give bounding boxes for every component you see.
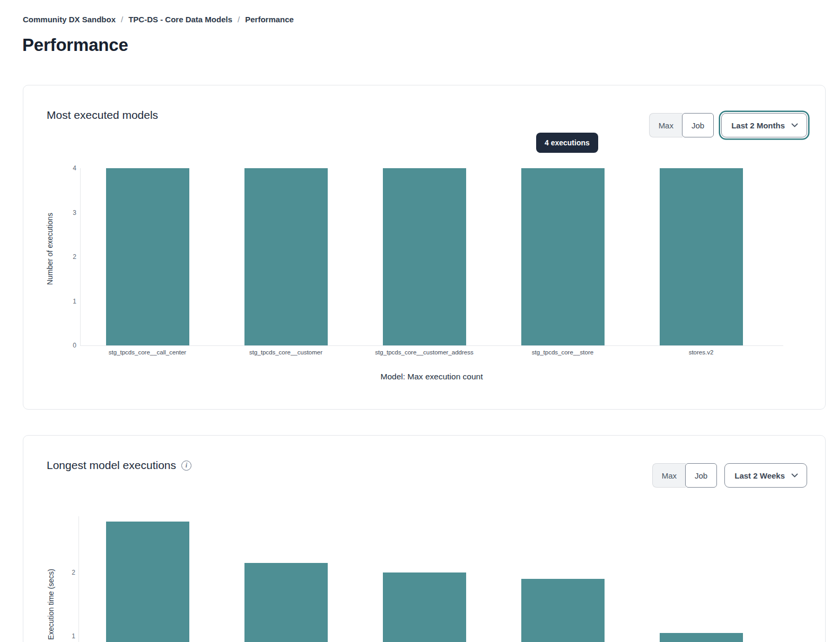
y-axis-label: Number of executions	[46, 159, 54, 339]
time-range-value: Last 2 Weeks	[734, 471, 785, 480]
breadcrumb: Community DX Sandbox / TPC-DS - Core Dat…	[23, 15, 294, 24]
chart-bar[interactable]	[383, 168, 466, 345]
chart-bar[interactable]	[521, 579, 605, 642]
card-title: Most executed models	[47, 109, 158, 122]
chart-bar[interactable]	[244, 563, 328, 642]
chart-bar[interactable]	[660, 168, 743, 345]
y-tick-label: 4	[55, 164, 76, 172]
chart-controls: Max Job Last 2 Weeks	[652, 463, 807, 488]
longest-model-executions-card: Longest model executions i Max Job Last …	[23, 435, 826, 642]
category-label: stg_tpcds_core__call_center	[63, 349, 232, 355]
chart-tooltip: 4 executions	[536, 133, 598, 153]
chart-bar[interactable]	[521, 168, 605, 345]
y-axis-line	[80, 168, 81, 345]
y-axis-label: Execution time (secs)	[47, 546, 55, 642]
x-axis-caption: Model: Max execution count	[80, 372, 783, 381]
performance-page: Community DX Sandbox / TPC-DS - Core Dat…	[0, 0, 840, 642]
tooltip-text: 4 executions	[545, 138, 590, 147]
max-button[interactable]: Max	[652, 463, 686, 488]
breadcrumb-item-project[interactable]: TPC-DS - Core Data Models	[128, 15, 232, 24]
most-executed-models-card: Most executed models Max Job Last 2 Mont…	[23, 85, 826, 410]
info-icon[interactable]: i	[181, 461, 191, 471]
y-tick-label: 3	[55, 209, 76, 216]
max-button[interactable]: Max	[649, 113, 682, 137]
y-tick-label: 1	[55, 298, 76, 305]
chart-bar[interactable]	[383, 572, 466, 642]
max-job-segmented-control: Max Job	[652, 463, 718, 488]
y-tick-label: 2	[54, 569, 75, 576]
chart-bar[interactable]	[244, 168, 328, 345]
chevron-down-icon	[791, 473, 798, 478]
category-label: stores.v2	[616, 349, 786, 355]
time-range-dropdown[interactable]: Last 2 Weeks	[724, 463, 807, 488]
breadcrumb-item-workspace[interactable]: Community DX Sandbox	[23, 15, 116, 24]
breadcrumb-item-current: Performance	[245, 15, 294, 24]
y-tick-label: 0	[55, 342, 76, 349]
y-axis-line	[78, 516, 79, 642]
card-title: Longest model executions i	[47, 459, 191, 472]
category-label: stg_tpcds_core__customer	[201, 349, 371, 355]
x-axis-line	[80, 345, 783, 346]
job-button[interactable]: Job	[682, 113, 714, 137]
card-title-text: Longest model executions	[47, 459, 176, 472]
breadcrumb-separator: /	[238, 15, 240, 24]
time-range-value: Last 2 Months	[731, 121, 785, 130]
y-tick-label: 2	[55, 253, 76, 261]
category-label: stg_tpcds_core__store	[478, 349, 648, 355]
time-range-dropdown[interactable]: Last 2 Months	[721, 113, 807, 137]
chart-controls: Max Job Last 2 Months	[649, 113, 807, 137]
chart-bar[interactable]	[106, 522, 189, 642]
chart-bar[interactable]	[660, 633, 743, 642]
card-title-text: Most executed models	[47, 109, 158, 122]
chart-bar[interactable]	[106, 168, 189, 345]
page-title: Performance	[22, 35, 128, 55]
job-button[interactable]: Job	[685, 463, 717, 488]
chevron-down-icon	[791, 123, 798, 127]
category-label: stg_tpcds_core__customer_address	[339, 349, 509, 355]
y-tick-label: 1	[54, 632, 75, 640]
max-job-segmented-control: Max Job	[649, 113, 714, 137]
breadcrumb-separator: /	[121, 15, 123, 24]
